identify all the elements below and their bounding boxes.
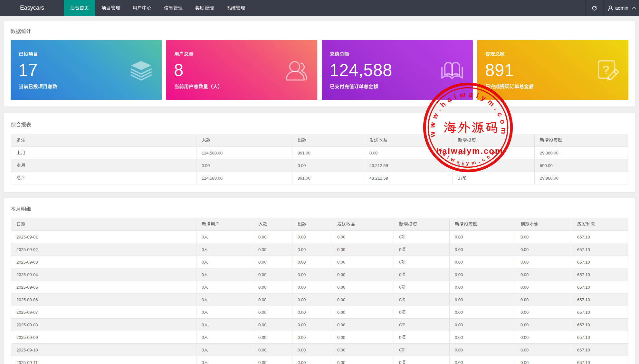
svg-text:haiwaiym.com: haiwaiym.com xyxy=(436,146,503,156)
svg-text:?: ? xyxy=(602,63,610,77)
